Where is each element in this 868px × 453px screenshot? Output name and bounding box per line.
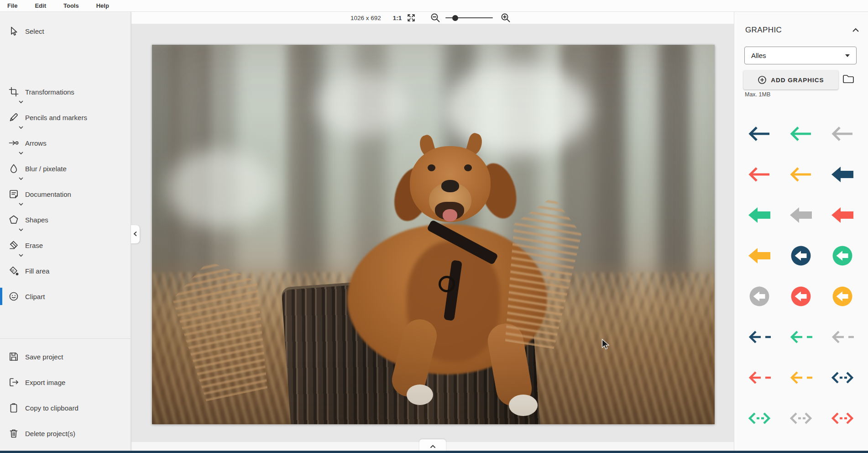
sidebar-item-label: Transformations	[25, 88, 74, 96]
document-icon	[8, 189, 19, 200]
graphic-arrow-ddash-green[interactable]	[746, 407, 773, 429]
sidebar-item-select[interactable]: Select	[0, 18, 131, 44]
export-image-button[interactable]: Export image	[0, 369, 131, 395]
graphic-arrow-solid-navy[interactable]	[829, 163, 856, 185]
folder-icon[interactable]	[842, 73, 855, 87]
graphic-arrow-circle-red[interactable]	[787, 285, 815, 307]
graphic-category-select[interactable]: Alles	[744, 47, 857, 64]
sidebar-item-label: Clipart	[25, 293, 45, 300]
graphic-panel-title: GRAPHIC	[745, 26, 782, 35]
zoom-slider-thumb[interactable]	[452, 15, 458, 21]
pencil-icon	[8, 112, 19, 123]
cursor-icon	[8, 26, 19, 37]
graphic-arrow-ddash-gray[interactable]	[787, 407, 815, 429]
sidebar-item-shapes[interactable]: Shapes	[0, 207, 131, 232]
canvas-image[interactable]	[152, 45, 715, 424]
save-project-button[interactable]: Save project	[0, 344, 131, 369]
action-label: Save project	[25, 353, 63, 361]
graphic-arrow-linedash-navy[interactable]	[746, 326, 773, 348]
panel-collapse-button[interactable]	[852, 26, 859, 34]
tool-list: Select Transformations Pencils and marke…	[0, 12, 131, 309]
graphic-arrow-line-yellow[interactable]	[787, 163, 815, 185]
graphic-category-value: Alles	[751, 52, 845, 59]
pentagon-icon	[8, 214, 19, 225]
zoom-slider[interactable]	[445, 15, 493, 21]
graphic-arrow-line-navy[interactable]	[746, 123, 773, 145]
sidebar-item-label: Shapes	[25, 216, 48, 224]
smiley-icon	[8, 291, 19, 302]
menu-help[interactable]: Help	[96, 2, 109, 9]
graphic-arrow-ddash-navy[interactable]	[829, 367, 856, 389]
add-graphics-label: ADD GRAPHICS	[771, 77, 824, 84]
sidebar-collapse-button[interactable]	[131, 225, 140, 243]
menu-edit[interactable]: Edit	[35, 2, 46, 9]
max-size-note: Max. 1MB	[745, 91, 770, 98]
arrow-icon	[8, 137, 19, 148]
action-label: Copy to clipboard	[25, 404, 78, 412]
sidebar-item-label: Select	[25, 27, 44, 35]
graphic-arrow-solid-gray[interactable]	[787, 204, 815, 226]
chevron-up-icon	[430, 442, 436, 450]
graphic-arrow-solid-red[interactable]	[829, 204, 856, 226]
graphic-arrow-linedash-gray[interactable]	[829, 326, 856, 348]
chevron-down-icon	[845, 54, 850, 57]
sidebar-item-label: Blur / pixelate	[25, 165, 67, 173]
zoom-ratio-label: 1:1	[393, 15, 402, 21]
zoom-in-icon[interactable]	[500, 12, 511, 23]
sidebar-item-label: Documentation	[25, 190, 71, 198]
sidebar-item-fill-area[interactable]: Fill area	[0, 258, 131, 284]
graphic-panel: GRAPHIC Alles ADD GRAPHICS Max. 1MB	[734, 12, 868, 453]
sidebar-item-blur[interactable]: Blur / pixelate	[0, 156, 131, 181]
add-graphics-button[interactable]: ADD GRAPHICS	[743, 70, 838, 90]
graphic-arrow-solid-yellow[interactable]	[746, 245, 773, 267]
clipboard-icon	[8, 402, 19, 413]
sidebar-item-label: Erase	[25, 242, 43, 249]
graphic-arrow-solid-green[interactable]	[746, 204, 773, 226]
graphic-grid	[739, 113, 863, 453]
graphic-arrow-circle-gray[interactable]	[746, 285, 773, 307]
copy-to-clipboard-button[interactable]: Copy to clipboard	[0, 395, 131, 421]
sidebar-item-label: Pencils and markers	[25, 114, 87, 121]
drop-icon	[8, 163, 19, 174]
window-bottom-edge	[0, 451, 868, 453]
image-editor-app: File Edit Tools Help Select Transformati…	[0, 0, 868, 453]
chevron-left-icon	[133, 230, 137, 238]
menu-tools[interactable]: Tools	[63, 2, 79, 9]
graphic-arrow-linedash-red[interactable]	[746, 367, 773, 389]
plus-circle-icon	[758, 75, 767, 84]
graphic-arrow-circle-green[interactable]	[829, 245, 856, 267]
fill-icon	[8, 265, 19, 276]
sidebar-item-erase[interactable]: Erase	[0, 232, 131, 258]
image-dimensions-label: 1026 x 692	[350, 15, 381, 21]
menubar: File Edit Tools Help	[0, 0, 868, 12]
sidebar-item-label: Fill area	[25, 267, 49, 275]
export-icon	[8, 377, 19, 388]
bottom-panel-expand-button[interactable]	[419, 439, 446, 451]
fit-screen-icon[interactable]	[406, 13, 416, 23]
sidebar-item-label: Arrows	[25, 139, 47, 147]
sidebar-item-transformations[interactable]: Transformations	[0, 79, 131, 105]
graphic-arrow-line-gray[interactable]	[829, 123, 856, 145]
graphic-arrow-line-green[interactable]	[787, 123, 815, 145]
sidebar-item-arrows[interactable]: Arrows	[0, 130, 131, 156]
crop-icon	[8, 86, 19, 97]
action-label: Delete project(s)	[25, 430, 75, 437]
delete-project-button[interactable]: Delete project(s)	[0, 421, 131, 446]
menu-file[interactable]: File	[7, 2, 17, 9]
zoom-out-icon[interactable]	[430, 12, 441, 23]
action-label: Export image	[25, 379, 65, 386]
graphic-arrow-circle-navy[interactable]	[787, 245, 815, 267]
graphic-arrow-line-red[interactable]	[746, 163, 773, 185]
save-icon	[8, 351, 19, 362]
sidebar-item-documentation[interactable]: Documentation	[0, 181, 131, 207]
graphic-arrow-linedash-green[interactable]	[787, 326, 815, 348]
trash-icon	[8, 428, 19, 439]
sidebar-item-clipart[interactable]: Clipart	[0, 284, 131, 309]
graphic-arrow-ddash-red[interactable]	[829, 407, 856, 429]
sidebar-item-pencils[interactable]: Pencils and markers	[0, 105, 131, 130]
chevron-up-icon	[852, 26, 859, 34]
eraser-icon	[8, 240, 19, 251]
graphic-arrow-linedash-yellow[interactable]	[787, 367, 815, 389]
project-actions: Save project Export image Copy to clipbo…	[0, 339, 131, 446]
graphic-arrow-circle-yellow[interactable]	[829, 285, 856, 307]
